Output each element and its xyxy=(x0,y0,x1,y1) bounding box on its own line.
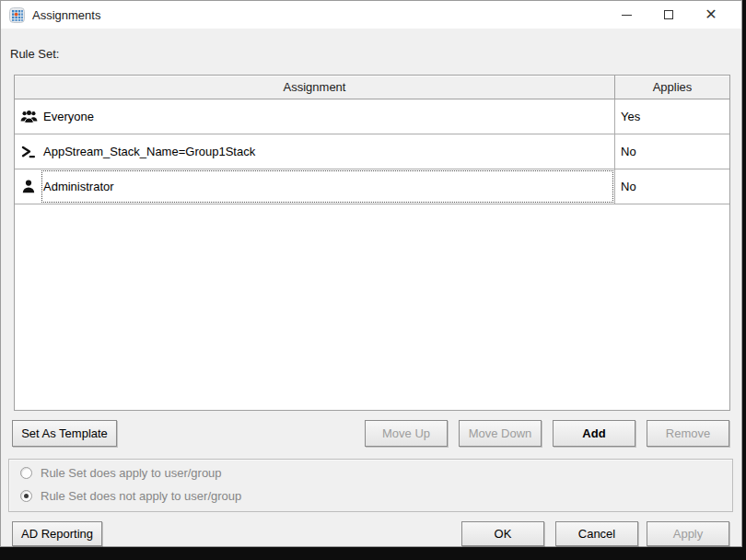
radio-unselected-icon xyxy=(20,467,32,479)
set-as-template-button[interactable]: Set As Template xyxy=(12,420,117,447)
ad-reporting-button[interactable]: AD Reporting xyxy=(12,521,102,546)
radio-option-does-not-apply[interactable]: Rule Set does not apply to user/group xyxy=(20,489,241,503)
remove-button[interactable]: Remove xyxy=(647,420,729,447)
assignment-cell[interactable]: AppStream_Stack_Name=Group1Stack xyxy=(15,134,615,169)
radio-selected-icon xyxy=(20,490,32,502)
table-row[interactable]: Administrator No xyxy=(15,169,729,204)
caption-buttons: ✕ xyxy=(605,1,732,29)
close-icon: ✕ xyxy=(705,7,717,22)
maximize-icon xyxy=(664,10,673,19)
single-user-icon xyxy=(19,180,38,193)
radio-option-does-apply[interactable]: Rule Set does apply to user/group xyxy=(20,466,222,480)
applies-cell[interactable]: Yes xyxy=(615,99,729,134)
focus-rectangle xyxy=(41,170,613,203)
assignments-dialog: Assignments ✕ Rule Set: Assignment Appli… xyxy=(0,0,742,547)
close-button[interactable]: ✕ xyxy=(690,1,732,29)
users-group-icon xyxy=(19,110,38,123)
apply-button[interactable]: Apply xyxy=(647,521,729,546)
table-header-row: Assignment Applies xyxy=(15,76,729,99)
assignment-cell[interactable]: Administrator xyxy=(15,169,615,204)
move-down-button[interactable]: Move Down xyxy=(459,420,542,447)
table-row[interactable]: Everyone Yes xyxy=(15,99,729,134)
minimize-icon xyxy=(622,15,632,16)
table-row[interactable]: AppStream_Stack_Name=Group1Stack No xyxy=(15,134,729,169)
applies-cell[interactable]: No xyxy=(615,169,729,204)
assignment-cell[interactable]: Everyone xyxy=(15,99,615,134)
shell-prompt-icon xyxy=(19,146,38,158)
rule-set-label: Rule Set: xyxy=(10,47,59,61)
column-header-assignment[interactable]: Assignment xyxy=(15,76,615,99)
assignment-name: Administrator xyxy=(43,180,114,193)
title-bar: Assignments ✕ xyxy=(1,1,741,29)
applies-cell[interactable]: No xyxy=(615,134,729,169)
cancel-button[interactable]: Cancel xyxy=(555,521,638,546)
radio-label: Rule Set does not apply to user/group xyxy=(41,489,241,503)
assignments-table: Assignment Applies xyxy=(14,75,730,411)
column-header-applies[interactable]: Applies xyxy=(615,76,729,99)
add-button[interactable]: Add xyxy=(553,420,635,447)
assignment-name: AppStream_Stack_Name=Group1Stack xyxy=(43,145,255,158)
ok-button[interactable]: OK xyxy=(461,521,544,546)
radio-label: Rule Set does apply to user/group xyxy=(41,466,222,480)
rule-set-apply-group: Rule Set does apply to user/group Rule S… xyxy=(8,459,733,512)
screenshot-frame: Assignments ✕ Rule Set: Assignment Appli… xyxy=(0,0,746,560)
maximize-button[interactable] xyxy=(647,1,690,29)
app-grid-icon xyxy=(9,7,25,23)
window-title: Assignments xyxy=(32,8,100,22)
assignment-name: Everyone xyxy=(43,110,94,123)
minimize-button[interactable] xyxy=(605,1,647,29)
radio-dot xyxy=(24,494,29,498)
move-up-button[interactable]: Move Up xyxy=(365,420,448,447)
